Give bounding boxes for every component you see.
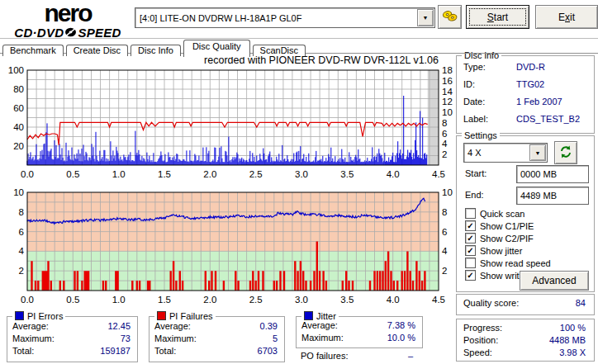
po-failures-row: PO failures: –: [301, 351, 416, 361]
tab-benchmark[interactable]: Benchmark: [2, 45, 64, 56]
disc-logo-icon: [64, 26, 77, 39]
disc-date-value: 1 Feb 2007: [516, 97, 562, 106]
axis-label: 8: [19, 207, 24, 217]
po-failures-value: –: [408, 351, 413, 361]
checkbox-quick-scan[interactable]: Quick scan: [465, 208, 524, 219]
checkbox-box[interactable]: ✓: [465, 270, 476, 281]
axis-label: 8: [442, 118, 447, 128]
axis-label: 1.0: [112, 295, 126, 305]
scan-speed-dropdown-button[interactable]: ▼: [529, 144, 546, 161]
axis-label: 3.0: [295, 169, 308, 179]
settings-box: Settings 4 X ▼ Start: 0000 MB End: 4489 …: [456, 135, 595, 292]
nero-logo: nero CD·DVD SPEED: [5, 1, 131, 39]
axis-label: 6: [442, 227, 447, 237]
logo-nero-text: nero: [5, 1, 131, 26]
axis-label: 0.5: [66, 295, 79, 305]
axis-label: 6: [442, 129, 447, 139]
pi-errors-legend-swatch: [15, 311, 24, 320]
checkbox-box[interactable]: ✓: [465, 220, 476, 231]
checkbox-show-read-speed[interactable]: Show read speed: [465, 258, 551, 268]
axis-label: 4: [442, 246, 448, 256]
axis-label: 40: [13, 122, 24, 132]
axis-label: 4: [442, 139, 448, 149]
end-field[interactable]: 4489 MB: [516, 187, 589, 205]
progress-value: 100 %: [560, 323, 586, 333]
axis-label: 20: [13, 141, 24, 151]
discs-icon: [442, 8, 458, 26]
axis-label: 2: [442, 266, 447, 276]
checkbox-show-jitter[interactable]: ✓Show jitter: [465, 245, 522, 256]
axis-label: 16: [442, 76, 453, 86]
axis-label: 60: [13, 103, 24, 113]
nero-cd-dvd-speed-window: nero CD·DVD SPEED [4:0] LITE-ON DVDRW LH…: [0, 0, 598, 364]
refresh-arrows-icon: [559, 145, 572, 161]
axis-label: 18: [442, 65, 453, 75]
quality-score-box: Quality score: 84: [456, 294, 595, 315]
start-field-label: Start:: [465, 168, 486, 178]
quality-score-label: Quality score:: [463, 298, 519, 308]
axis-label: 4: [19, 246, 25, 256]
end-field-label: End:: [465, 190, 484, 200]
disc-id-value: TTG02: [516, 79, 544, 89]
start-button[interactable]: Start: [466, 5, 529, 29]
progress-box: Progress:100 % Position:4488 MB Speed:3.…: [456, 319, 595, 362]
chevron-down-icon: ▼: [423, 15, 429, 21]
axis-label: 2: [19, 266, 24, 276]
axis-label: 4.5: [432, 295, 445, 305]
axis-label: 4.0: [387, 295, 400, 305]
axis-label: 2.5: [249, 169, 263, 179]
chevron-down-icon: ▼: [535, 150, 541, 156]
axis-label: 80: [13, 84, 24, 94]
jitter-box: Jitter Average:7.38 % Maximum:10.0 %: [296, 316, 423, 348]
axis-label: 0.0: [21, 295, 34, 305]
start-field[interactable]: 0000 MB: [516, 165, 589, 183]
axis-label: 3.0: [295, 295, 308, 305]
axis-label: 4.5: [432, 169, 445, 179]
axis-label: 4.0: [387, 169, 400, 179]
axis-label: 2.5: [249, 295, 263, 305]
drive-select-value[interactable]: [4:0] LITE-ON DVDRW LH-18A1P GL0F: [135, 13, 416, 23]
advanced-button[interactable]: Advanced: [520, 271, 589, 291]
quality-scan-charts: recorded with PIONEER DVD-RW DVR-112L v1…: [0, 53, 453, 310]
focus-rect: [469, 8, 526, 26]
checkbox-box[interactable]: [465, 258, 476, 268]
checkbox-label: Show C1/PIE: [480, 221, 534, 231]
checkbox-box[interactable]: ✓: [465, 233, 476, 243]
scan-speed-value[interactable]: 4 X: [467, 148, 529, 158]
axis-label: 12: [442, 97, 453, 106]
axis-label: 3.5: [340, 295, 354, 305]
settings-legend: Settings: [462, 130, 500, 140]
checkbox-box[interactable]: ✓: [465, 245, 476, 256]
drive-select[interactable]: [4:0] LITE-ON DVDRW LH-18A1P GL0F ▼: [135, 7, 435, 28]
scan-speed-select[interactable]: 4 X ▼: [463, 143, 548, 163]
axis-label: 2.0: [203, 169, 216, 179]
axis-label: 10: [13, 187, 24, 197]
axis-label: 1.5: [158, 169, 171, 179]
axis-label: 8: [442, 207, 447, 217]
disc-info-button[interactable]: [438, 5, 462, 29]
header-separator: [0, 38, 598, 39]
exit-button[interactable]: Exit: [535, 5, 598, 29]
tab-create-disc[interactable]: Create Disc: [66, 45, 128, 56]
checkbox-show-c2-pif[interactable]: ✓Show C2/PIF: [465, 233, 534, 243]
checkbox-show-c1-pie[interactable]: ✓Show C1/PIE: [465, 220, 534, 231]
checkbox-box[interactable]: [465, 208, 476, 219]
axis-label: 0.5: [66, 169, 79, 179]
tab-disc-quality[interactable]: Disc Quality: [183, 40, 250, 57]
axis-label: 100: [8, 65, 24, 75]
tab-disc-info[interactable]: Disc Info: [131, 45, 181, 56]
checkbox-label: Show jitter: [480, 246, 522, 256]
axis-label: 14: [442, 87, 453, 97]
axis-label: 6: [19, 227, 24, 237]
drive-select-dropdown-button[interactable]: ▼: [417, 9, 434, 26]
pi-failures-legend: PI Failures: [169, 311, 213, 321]
axis-label: 2.0: [203, 295, 216, 305]
refresh-button[interactable]: [554, 141, 577, 164]
checkbox-label: Quick scan: [480, 209, 524, 219]
tab-scandisc[interactable]: ScanDisc: [253, 45, 306, 56]
checkbox-label: Show C2/PIF: [480, 234, 534, 243]
tab-bar: Benchmark Create Disc Disc Info Disc Qua…: [2, 41, 308, 56]
po-failures-label: PO failures:: [301, 351, 348, 361]
axis-label: 10: [442, 187, 453, 197]
pi-errors-box: PI Errors Average:12.45 Maximum:73 Total…: [7, 316, 138, 362]
